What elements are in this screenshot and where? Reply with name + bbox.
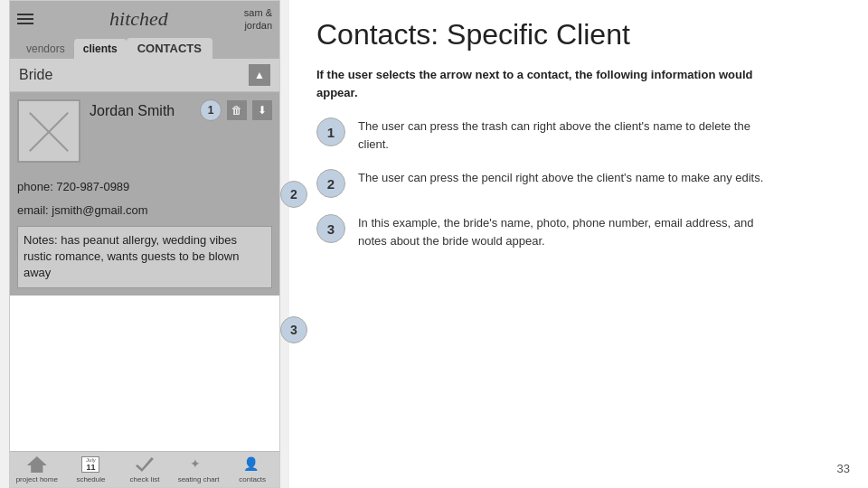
seating-icon bbox=[188, 455, 210, 474]
check-icon bbox=[134, 455, 156, 474]
bottom-nav-contacts[interactable]: contacts bbox=[225, 452, 279, 487]
callout-text-2: The user can press the pencil right abov… bbox=[358, 169, 763, 187]
trash-button[interactable]: 🗑 bbox=[227, 100, 247, 120]
tab-clients[interactable]: clients bbox=[74, 39, 127, 59]
right-panel: Contacts: Specific Client If the user se… bbox=[289, 0, 868, 488]
page-number: 33 bbox=[837, 462, 850, 475]
intro-text: If the user selects the arrow next to a … bbox=[316, 66, 769, 101]
arrow-up-button[interactable] bbox=[249, 64, 270, 86]
download-button[interactable]: ⬇ bbox=[252, 100, 272, 120]
contact-details: phone: 720-987-0989 email: jsmith@gmail.… bbox=[10, 179, 279, 296]
person-icon bbox=[241, 455, 263, 474]
callout-badge-3: 3 bbox=[316, 214, 345, 243]
contact-actions: 1 🗑 ⬇ bbox=[200, 99, 272, 121]
callout-item-3: 3 In this example, the bride's name, pho… bbox=[316, 214, 841, 249]
page-title: Contacts: Specific Client bbox=[316, 18, 841, 52]
app-logo: hitched bbox=[39, 7, 239, 31]
callout-bubble-3: 3 bbox=[280, 316, 307, 343]
nav-tabs: vendors clients CONTACTS bbox=[10, 38, 279, 59]
callout-item-2: 2 The user can press the pencil right ab… bbox=[316, 169, 841, 198]
contact-phone: phone: 720-987-0989 bbox=[17, 179, 272, 195]
callout-item-1: 1 The user can press the trash can right… bbox=[316, 117, 841, 153]
callout-badge-2: 2 bbox=[316, 169, 345, 198]
contact-email: email: jsmith@gmail.com bbox=[17, 202, 272, 219]
contact-badge-1: 1 bbox=[200, 99, 222, 121]
section-title: Bride bbox=[19, 67, 52, 83]
callout-text-3: In this example, the bride's name, photo… bbox=[358, 214, 765, 249]
left-panel: hitched sam & jordan vendors clients CON… bbox=[0, 0, 289, 488]
callout-text-1: The user can press the trash can right a… bbox=[358, 117, 765, 153]
contact-photo bbox=[17, 99, 80, 163]
bottom-nav: project home July 11 schedule check list bbox=[10, 451, 279, 487]
callout-badge-1: 1 bbox=[316, 117, 345, 146]
phone-mockup: hitched sam & jordan vendors clients CON… bbox=[9, 0, 280, 488]
house-icon bbox=[26, 455, 48, 474]
bottom-nav-checklist[interactable]: check list bbox=[118, 452, 172, 487]
callout-bubble-2: 2 bbox=[280, 181, 307, 208]
tab-contacts[interactable]: CONTACTS bbox=[127, 38, 212, 59]
user-label: sam & jordan bbox=[244, 6, 272, 33]
bottom-nav-project-home[interactable]: project home bbox=[10, 452, 64, 487]
tab-vendors[interactable]: vendors bbox=[17, 39, 74, 59]
section-bar: Bride bbox=[10, 59, 279, 92]
photo-placeholder bbox=[22, 104, 76, 158]
calendar-icon: July 11 bbox=[80, 455, 101, 474]
bottom-nav-schedule[interactable]: July 11 schedule bbox=[64, 452, 118, 487]
hamburger-icon[interactable] bbox=[17, 14, 33, 24]
contact-name: Jordan Smith bbox=[90, 103, 175, 119]
callout-items: 1 The user can press the trash can right… bbox=[316, 117, 841, 249]
bottom-nav-seating[interactable]: seating chart bbox=[172, 452, 226, 487]
contact-notes: Notes: has peanut allergy, wedding vibes… bbox=[17, 226, 272, 288]
contact-card: 1 🗑 ⬇ Jordan Smith bbox=[10, 92, 279, 179]
app-header: hitched sam & jordan bbox=[10, 1, 279, 38]
